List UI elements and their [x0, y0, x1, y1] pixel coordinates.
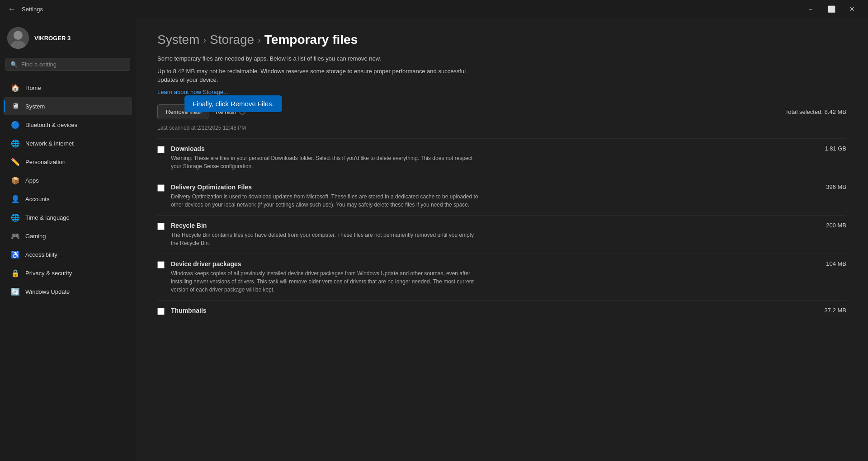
sidebar-item-network[interactable]: 🌐 Network & internet [4, 134, 132, 152]
sidebar-item-gaming[interactable]: 🎮 Gaming [4, 227, 132, 245]
sidebar-item-label-update: Windows Update [25, 288, 70, 295]
user-section[interactable]: VIKROGER 3 [0, 22, 136, 58]
time-icon: 🌐 [11, 213, 20, 222]
sidebar-item-label-apps: Apps [25, 177, 39, 184]
back-button[interactable]: ← [5, 3, 18, 15]
close-button[interactable]: ✕ [842, 2, 863, 16]
file-size-1: 396 MB [826, 183, 846, 190]
search-container[interactable]: 🔍 [0, 58, 136, 78]
breadcrumb: System › Storage › Temporary files [157, 33, 846, 47]
file-desc-2: The Recycle Bin contains files you have … [171, 231, 478, 247]
total-selected: Total selected: 8.42 MB [785, 108, 846, 115]
file-item-0: Downloads 1.81 GB Warning: These are fil… [157, 138, 846, 177]
file-info-0: Downloads 1.81 GB Warning: These are fil… [171, 145, 846, 170]
sidebar-item-privacy[interactable]: 🔒 Privacy & security [4, 264, 132, 282]
accounts-icon: 👤 [11, 194, 20, 203]
title-bar: ← Settings − ⬜ ✕ [0, 0, 868, 18]
sidebar-item-time[interactable]: 🌐 Time & language [4, 208, 132, 226]
breadcrumb-storage: Storage [210, 33, 254, 47]
file-name-4: Thumbnails [171, 307, 207, 314]
file-list: Downloads 1.81 GB Warning: These are fil… [157, 138, 846, 322]
breadcrumb-current: Temporary files [264, 33, 358, 47]
file-name-0: Downloads [171, 145, 205, 152]
file-size-4: 37.2 MB [825, 307, 846, 314]
file-checkbox-0[interactable] [157, 146, 165, 153]
sidebar-item-accounts[interactable]: 👤 Accounts [4, 190, 132, 208]
sidebar-item-label-home: Home [25, 85, 41, 91]
network-icon: 🌐 [11, 139, 20, 148]
sidebar-item-accessibility[interactable]: ♿ Accessibility [4, 245, 132, 263]
minimize-button[interactable]: − [800, 2, 821, 16]
file-header-1: Delivery Optimization Files 396 MB [171, 183, 846, 191]
sidebar-item-label-accessibility: Accessibility [25, 251, 57, 258]
file-item-2: Recycle Bin 200 MB The Recycle Bin conta… [157, 215, 846, 254]
sidebar-item-label-time: Time & language [25, 214, 70, 221]
file-name-2: Recycle Bin [171, 222, 207, 229]
privacy-icon: 🔒 [11, 268, 20, 278]
gaming-icon: 🎮 [11, 231, 20, 240]
sidebar-item-label-personalization: Personalization [25, 159, 66, 165]
file-size-2: 200 MB [826, 222, 846, 229]
sidebar: VIKROGER 3 🔍 🏠 Home 🖥 System 🔵 Bluetooth… [0, 18, 136, 461]
sidebar-item-label-system: System [25, 103, 45, 110]
search-icon: 🔍 [10, 61, 18, 68]
file-desc-0: Warning: These are files in your persona… [171, 154, 478, 170]
file-info-1: Delivery Optimization Files 396 MB Deliv… [171, 183, 846, 209]
file-item-3: Device driver packages 104 MB Windows ke… [157, 254, 846, 300]
file-size-0: 1.81 GB [825, 145, 846, 152]
search-input[interactable] [21, 61, 125, 68]
maximize-button[interactable]: ⬜ [821, 2, 842, 16]
file-size-3: 104 MB [826, 260, 846, 267]
file-info-3: Device driver packages 104 MB Windows ke… [171, 260, 846, 294]
user-name: VIKROGER 3 [34, 35, 71, 42]
sidebar-item-system[interactable]: 🖥 System [4, 97, 132, 115]
file-checkbox-3[interactable] [157, 261, 165, 268]
sidebar-item-bluetooth[interactable]: 🔵 Bluetooth & devices [4, 116, 132, 134]
file-item-1: Delivery Optimization Files 396 MB Deliv… [157, 177, 846, 215]
file-desc-3: Windows keeps copies of all previously i… [171, 269, 478, 294]
action-bar: Remove files Refresh Total selected: 8.4… [157, 104, 846, 119]
sidebar-item-update[interactable]: 🔄 Windows Update [4, 282, 132, 301]
file-checkbox-2[interactable] [157, 223, 165, 230]
app-title: Settings [22, 6, 43, 13]
system-icon: 🖥 [11, 102, 20, 111]
file-item-4: Thumbnails 37.2 MB [157, 300, 846, 322]
accessibility-icon: ♿ [11, 250, 20, 259]
file-header-2: Recycle Bin 200 MB [171, 222, 846, 229]
file-checkbox-4[interactable] [157, 308, 165, 315]
sidebar-item-label-bluetooth: Bluetooth & devices [25, 122, 77, 128]
sidebar-item-label-accounts: Accounts [25, 196, 49, 202]
nav-items: 🏠 Home 🖥 System 🔵 Bluetooth & devices 🌐 … [0, 78, 136, 301]
file-info-2: Recycle Bin 200 MB The Recycle Bin conta… [171, 222, 846, 247]
update-icon: 🔄 [11, 287, 20, 296]
file-header-0: Downloads 1.81 GB [171, 145, 846, 152]
sidebar-item-home[interactable]: 🏠 Home [4, 79, 132, 97]
file-name-1: Delivery Optimization Files [171, 183, 252, 191]
remove-files-button[interactable]: Remove files [157, 104, 208, 119]
main-content: System › Storage › Temporary files Some … [136, 18, 868, 461]
file-desc-1: Delivery Optimization is used to downloa… [171, 193, 478, 209]
apps-icon: 📦 [11, 176, 20, 185]
home-icon: 🏠 [11, 83, 20, 92]
refresh-button[interactable]: Refresh [214, 105, 247, 119]
description-1: Some temporary files are needed by apps.… [157, 54, 474, 63]
window-controls: − ⬜ ✕ [800, 2, 863, 16]
file-header-3: Device driver packages 104 MB [171, 260, 846, 268]
svg-point-1 [14, 31, 23, 40]
sidebar-item-apps[interactable]: 📦 Apps [4, 171, 132, 189]
bluetooth-icon: 🔵 [11, 120, 20, 129]
sidebar-item-label-network: Network & internet [25, 140, 74, 147]
personalization-icon: ✏️ [11, 157, 20, 166]
sidebar-item-label-privacy: Privacy & security [25, 270, 72, 277]
breadcrumb-system: System [157, 33, 199, 47]
description-2: Up to 8.42 MB may not be reclaimable. Wi… [157, 67, 474, 85]
last-scanned: Last scanned at 2/12/2025 12:48 PM [157, 125, 846, 131]
learn-link[interactable]: Learn about how Storage... [157, 89, 228, 95]
file-info-4: Thumbnails 37.2 MB [171, 307, 846, 316]
refresh-spinner [239, 108, 245, 115]
file-checkbox-1[interactable] [157, 184, 165, 192]
sidebar-item-personalization[interactable]: ✏️ Personalization [4, 153, 132, 171]
file-header-4: Thumbnails 37.2 MB [171, 307, 846, 314]
file-name-3: Device driver packages [171, 260, 241, 268]
sidebar-item-label-gaming: Gaming [25, 233, 46, 240]
